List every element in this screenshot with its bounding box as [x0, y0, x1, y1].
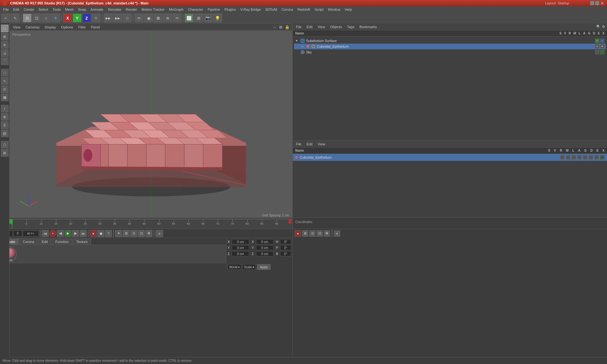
flag-sky-2[interactable] [600, 50, 604, 54]
coord-input-x[interactable] [232, 239, 249, 244]
tool-model[interactable]: ⬡ [1, 25, 9, 32]
expand-icon-cuboidal[interactable]: ▷ [302, 45, 305, 48]
menu-3dtoall[interactable]: 3DToAll [263, 7, 279, 12]
toolbar-undo-btn[interactable]: ↩ [1, 14, 10, 22]
close-button[interactable]: ✕ [600, 1, 604, 5]
btn-play[interactable]: ▶ [64, 230, 71, 237]
toolbar-z-axis-btn[interactable]: Z [82, 14, 91, 22]
toolbar-move-btn[interactable]: ⊞ [23, 14, 32, 22]
menu-tools[interactable]: Tools [51, 7, 63, 12]
btn-record2[interactable]: ⏺ [97, 230, 104, 237]
om-menu-bookmarks[interactable]: Bookmarks [358, 24, 378, 29]
menu-motion-tracker[interactable]: Motion Tracker [140, 7, 167, 12]
toolbar-rotate-btn[interactable]: ○ [42, 14, 51, 22]
timeline-area[interactable]: 051015202530354045505560657075808590 [0, 219, 292, 229]
btn-go-end[interactable]: ⏭ [80, 230, 87, 237]
toolbar-cam-btn[interactable]: 📷 [204, 14, 212, 22]
toolbar-knife-btn[interactable]: ✿ [154, 14, 162, 22]
om-menu-tags[interactable]: Tags [346, 24, 356, 29]
rt-btn-2[interactable]: ⊞ [302, 230, 308, 237]
mm-menu-view[interactable]: View [316, 142, 327, 147]
toolbar-poly-btn[interactable]: ⬡ [123, 14, 132, 22]
menu-mesh[interactable]: Mesh [63, 7, 76, 12]
timeline-ruler[interactable]: 051015202530354045505560657075808590 [0, 220, 292, 229]
mm-menu-file[interactable]: File [295, 142, 303, 147]
rt-btn-4[interactable]: ⊡ [316, 230, 323, 237]
menu-render[interactable]: Render [124, 7, 139, 12]
flag-vis-cuboidal[interactable]: 👁 [600, 44, 604, 49]
mat-flag-btn-1[interactable] [560, 155, 565, 160]
toolbar-edges-btn[interactable]: ▶▶ [113, 14, 122, 22]
vp-menu-panel[interactable]: Panel [90, 25, 101, 30]
toolbar-world-btn[interactable]: ⊡ [92, 14, 101, 22]
toolbar-select-btn[interactable]: ↖ [11, 14, 20, 22]
toolbar-paint-btn[interactable]: ✏ [135, 14, 144, 22]
mat-flag-btn-4[interactable] [577, 155, 582, 160]
mat-flag-btn-7[interactable] [594, 155, 599, 160]
tool-motion[interactable]: ⊿ [1, 49, 9, 57]
maximize-button[interactable]: □ [595, 1, 599, 5]
menu-character[interactable]: Character [186, 7, 205, 12]
toolbar-light-btn[interactable]: 💡 [213, 14, 222, 22]
menu-script[interactable]: Script [313, 7, 325, 12]
tool-magnet2[interactable]: ⊛ [1, 113, 9, 121]
mat-flag-btn-3[interactable] [572, 155, 576, 160]
mm-menu-edit[interactable]: Edit [305, 142, 314, 147]
vp-icon-zoom[interactable]: ⊞ [279, 24, 283, 30]
om-settings-icon[interactable]: ⚙ [602, 25, 605, 29]
vp-icon-expand[interactable]: ↔ [272, 24, 277, 30]
tab-corona[interactable]: Corona [19, 239, 38, 245]
flag-sky-1[interactable] [595, 50, 599, 54]
tool-grid2[interactable]: ⊞ [1, 149, 9, 157]
om-menu-objects[interactable]: Objects [329, 24, 343, 29]
viewport-canvas[interactable]: Perspective [10, 31, 292, 219]
coord-input-h[interactable] [280, 239, 291, 244]
tab-function[interactable]: Function [52, 239, 72, 245]
toolbar-x-axis-btn[interactable]: X [63, 14, 72, 22]
expand-icon-subdivision[interactable]: ▼ [295, 39, 299, 42]
tool-camera[interactable]: ▦ [1, 94, 9, 101]
toolbar-magnet-btn[interactable]: ◉ [144, 14, 153, 22]
world-dropdown[interactable]: World ▾ [228, 264, 241, 270]
tool-s-icon[interactable]: S [1, 121, 9, 129]
tool-brush[interactable]: ⬡ [1, 141, 9, 149]
btn-key-type[interactable]: ⊞ [123, 230, 130, 237]
btn-frame-list[interactable]: ≡ [156, 230, 163, 237]
tool-primitive[interactable]: □ [1, 69, 9, 76]
om-menu-file[interactable]: File [295, 24, 303, 29]
toolbar-points-btn[interactable]: ▶▶ [104, 14, 113, 22]
coord-input-b[interactable] [280, 251, 291, 256]
vp-menu-display[interactable]: Display [43, 25, 57, 30]
vp-icon-lock[interactable]: 🔒 [284, 24, 290, 30]
tab-edit[interactable]: Edit [38, 239, 51, 245]
menu-pipeline[interactable]: Pipeline [206, 7, 222, 12]
btn-snap-keys[interactable]: ✦ [115, 230, 122, 237]
coord-input-x2[interactable] [256, 239, 273, 244]
flag-check-1[interactable]: ✓ [595, 39, 599, 43]
frame-number-input[interactable] [13, 231, 22, 236]
btn-go-start[interactable]: ⏮ [42, 230, 49, 237]
menu-create[interactable]: Create [22, 7, 36, 12]
window-controls[interactable]: ─ □ ✕ [590, 1, 604, 5]
toolbar-y-axis-btn[interactable]: Y [73, 14, 82, 22]
btn-key-opts[interactable]: ⊙ [130, 230, 137, 237]
om-search-icon[interactable]: 🔍 [596, 25, 601, 29]
toolbar-loop-btn[interactable]: ≋ [163, 14, 172, 22]
coord-input-z[interactable] [232, 251, 249, 256]
om-menu-edit[interactable]: Edit [305, 24, 314, 29]
mat-flag-btn-2[interactable] [566, 155, 570, 160]
vp-menu-view[interactable]: View [12, 25, 22, 30]
tool-generator[interactable]: ⊙ [1, 85, 9, 93]
menu-window[interactable]: Window [326, 7, 342, 12]
coord-input-y2[interactable] [256, 245, 273, 250]
vp-menu-options[interactable]: Options [60, 25, 74, 30]
btn-scene-motion[interactable]: ♻ [145, 230, 152, 237]
obj-row-cuboidal-epithelium[interactable]: ▷ Cuboidal_Epithelium ✏ 👁 [294, 44, 606, 49]
menu-snap[interactable]: Snap [76, 7, 88, 12]
tool-deform[interactable]: ∿ [1, 77, 9, 85]
mat-flag-btn-6[interactable] [589, 155, 593, 160]
tool-sculpt[interactable]: ≋ [1, 41, 9, 49]
menu-file[interactable]: File [1, 7, 11, 12]
tool-spiral[interactable]: @ [1, 130, 9, 137]
obj-row-sky[interactable]: Sky [294, 49, 606, 55]
